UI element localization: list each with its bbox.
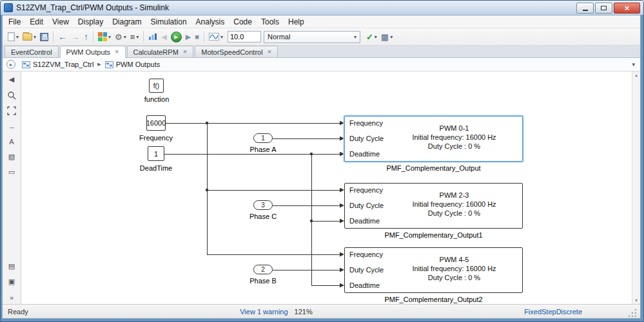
fit-to-view-icon[interactable] [6, 105, 17, 116]
resize-grip[interactable] [627, 308, 638, 318]
new-model-button[interactable]: ▾ [6, 30, 21, 44]
scroll-down-icon[interactable]: ▾ [635, 298, 638, 303]
pmf-complementary-output1-label[interactable]: PMF_Complementary_Output1 [344, 231, 523, 239]
solver-link[interactable]: FixedStepDiscrete [524, 308, 582, 316]
area-box-icon[interactable]: ▭ [6, 167, 17, 178]
menu-display[interactable]: Display [73, 16, 108, 28]
data-inspector-icon [148, 33, 157, 41]
sample-time-legend-icon[interactable]: ▤ [6, 261, 17, 272]
simulation-display-button[interactable]: ▾ [207, 30, 225, 44]
tab-eventcontrol[interactable]: EventControl [5, 46, 59, 57]
tab-calculaterpm[interactable]: CalculateRPM × [127, 46, 194, 57]
inport-phase-c-label[interactable]: Phase C [237, 213, 289, 220]
function-caller-block[interactable]: f() [149, 79, 164, 93]
breadcrumb-current[interactable]: PWM Outputs [103, 60, 162, 69]
pmf-complementary-output-block[interactable]: Frequency Duty Cycle Deadtime PWM 0-1 In… [344, 116, 523, 162]
tab-close-icon[interactable]: × [183, 48, 187, 55]
maximize-button[interactable] [595, 3, 612, 14]
deadtime-constant-label[interactable]: DeadTime [130, 164, 182, 172]
view-warning-link[interactable]: View 1 warning [240, 308, 288, 316]
dropdown-caret-icon: ▾ [34, 34, 36, 40]
menu-analysis[interactable]: Analysis [191, 16, 229, 28]
step-forward-button[interactable]: ▶ [184, 30, 193, 44]
menu-tools[interactable]: Tools [257, 16, 284, 28]
zoom-icon[interactable] [6, 90, 17, 100]
forward-icon: → [71, 32, 80, 42]
frequency-constant-block[interactable]: 16000 [146, 115, 166, 131]
inport-phase-b-label[interactable]: Phase B [237, 277, 289, 285]
breadcrumb-root[interactable]: S12ZVM_Trap_Ctrl [20, 60, 95, 69]
port-label-frequency: Frequency [349, 119, 383, 127]
model-hierarchy-button[interactable]: ≡▾ [128, 30, 141, 44]
scroll-up-icon[interactable]: ▴ [635, 72, 638, 78]
new-file-icon [8, 32, 15, 41]
gear-icon: ⚙ [115, 32, 122, 42]
menu-file[interactable]: File [4, 16, 25, 28]
simulation-mode-select[interactable]: Normal ▾ [264, 31, 360, 43]
tab-close-icon[interactable]: × [268, 48, 271, 55]
menu-help[interactable]: Help [284, 16, 309, 28]
inport-phase-a-block[interactable]: 1 [253, 133, 273, 143]
vertical-scrollbar[interactable]: ▴ ▾ [632, 71, 640, 304]
tabbar: EventControl PWM Outputs × CalculateRPM … [3, 46, 640, 58]
pmf-complementary-output1-block[interactable]: Frequency Duty Cycle Deadtime PWM 2-3 In… [344, 183, 523, 229]
inport-phase-c-block[interactable]: 3 [253, 200, 273, 210]
open-model-button[interactable]: ▾ [21, 30, 38, 44]
more-tools-icon[interactable]: » [6, 292, 17, 303]
stop-button[interactable]: ■ [193, 30, 201, 44]
run-button[interactable]: ▶ [169, 30, 184, 44]
menu-code[interactable]: Code [229, 16, 257, 28]
constant-value: 1 [154, 150, 158, 158]
maximize-icon [601, 6, 607, 10]
minimize-icon [583, 10, 588, 11]
breadcrumb-dropdown-icon[interactable]: ▾ [632, 61, 635, 68]
menubar: File Edit View Display Diagram Simulatio… [3, 15, 640, 28]
update-diagram-button[interactable]: ✓▾ [364, 30, 379, 44]
frequency-constant-label[interactable]: Frequency [130, 134, 182, 142]
pmf-complementary-output2-label[interactable]: PMF_Complementary_Output2 [344, 296, 523, 303]
diagram-canvas[interactable]: f() function 16000 Frequency 1 DeadTime … [21, 71, 640, 304]
up-to-parent-button[interactable]: ↑ [82, 30, 90, 44]
model-icon [22, 61, 30, 68]
viewmarks-icon[interactable]: ▣ [6, 276, 17, 287]
up-icon: ↑ [84, 32, 88, 42]
close-button[interactable]: × [614, 3, 640, 14]
step-back-button[interactable]: ◀ [159, 30, 168, 44]
default-layout-icon[interactable]: → [6, 120, 17, 131]
hide-browser-icon[interactable]: ◀ [6, 74, 17, 85]
menu-edit[interactable]: Edit [25, 16, 48, 28]
library-browser-button[interactable]: ▾ [96, 30, 113, 44]
pmf-complementary-output-label[interactable]: PMF_Complementary_Output [344, 164, 523, 172]
menu-diagram[interactable]: Diagram [108, 16, 146, 28]
signal-wave-icon [209, 33, 219, 41]
status-ready: Ready [8, 308, 28, 316]
tab-motorspeedcontrol[interactable]: MotorSpeedControl × [195, 46, 278, 57]
minimize-button[interactable] [576, 3, 594, 14]
menu-view[interactable]: View [48, 16, 73, 28]
toolbar-separator [93, 31, 93, 43]
function-block-label[interactable]: function [131, 95, 182, 103]
signal-wires[interactable] [21, 71, 627, 304]
image-annotation-icon[interactable]: ▧ [6, 151, 17, 162]
tab-pwm-outputs[interactable]: PWM Outputs × [60, 46, 126, 58]
inport-phase-b-block[interactable]: 2 [253, 265, 273, 274]
build-button[interactable]: ▦▾ [379, 30, 395, 44]
deadtime-constant-block[interactable]: 1 [148, 146, 164, 161]
model-settings-button[interactable]: ⚙▾ [113, 30, 128, 44]
back-button[interactable]: ← [56, 30, 69, 44]
save-button[interactable] [38, 30, 50, 44]
menu-simulation[interactable]: Simulation [146, 16, 191, 28]
pmf-complementary-output2-block[interactable]: Frequency Duty Cycle Deadtime PWM 4-5 In… [344, 247, 523, 293]
tab-close-icon[interactable]: × [115, 48, 119, 55]
stop-time-input[interactable] [228, 31, 261, 43]
inport-phase-a-label[interactable]: Phase A [237, 146, 289, 153]
close-icon: × [625, 4, 630, 12]
open-folder-icon [23, 33, 32, 41]
forward-button[interactable]: → [69, 30, 82, 44]
data-inspector-button[interactable] [146, 30, 159, 44]
subsystem-text: PWM 0-1 Initial frequency: 16000 Hz Duty… [389, 124, 520, 151]
simulink-app-icon[interactable] [4, 3, 13, 12]
dropdown-caret-icon: ▾ [220, 34, 223, 40]
browser-expand-button[interactable]: ▸ [6, 60, 15, 69]
annotation-icon[interactable]: A [6, 136, 17, 147]
